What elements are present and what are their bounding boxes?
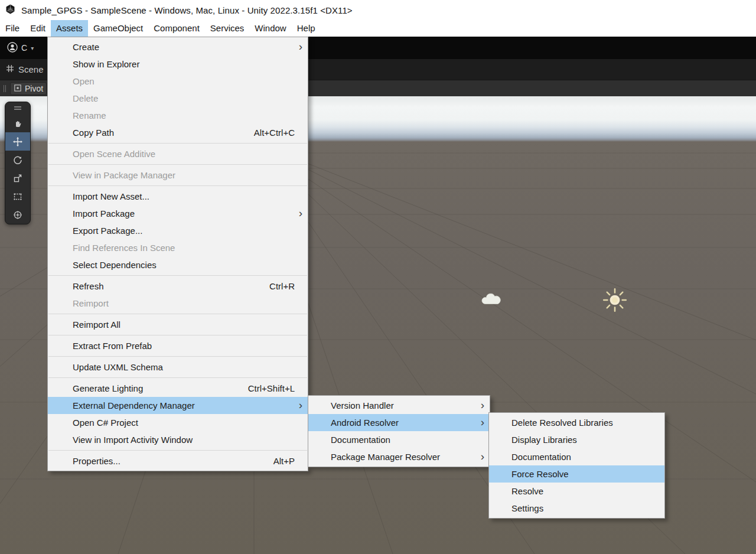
menu-item-open[interactable]: Open (48, 73, 308, 90)
menu-item-label: Import Package (73, 208, 135, 219)
rotate-tool-button[interactable] (5, 151, 30, 169)
menu-item-settings[interactable]: Settings (489, 500, 664, 517)
drag-handle-icon[interactable] (4, 85, 6, 92)
menu-item-properties[interactable]: Properties...Alt+P (48, 452, 308, 470)
menu-separator (48, 356, 307, 357)
menu-item-open-c-project[interactable]: Open C# Project (48, 414, 308, 431)
unity-editor-window: Sample_GPGS - SampleScene - Windows, Mac… (0, 0, 756, 554)
menu-item-find-references-in-scene[interactable]: Find References In Scene (48, 239, 308, 256)
grid-icon (6, 64, 14, 74)
menu-item-label: Export Package... (73, 226, 142, 236)
menu-item-export-package[interactable]: Export Package... (48, 222, 308, 239)
menu-item-external-dependency-manager[interactable]: External Dependency Manager› (48, 397, 308, 414)
menu-item-shortcut: Ctrl+R (269, 278, 295, 295)
menu-separator (48, 450, 307, 451)
menu-item-delete-resolved-libraries[interactable]: Delete Resolved Libraries (489, 414, 664, 431)
android-resolver-submenu: Delete Resolved LibrariesDisplay Librari… (488, 412, 665, 519)
menu-item-documentation[interactable]: Documentation (489, 448, 664, 465)
menu-separator (48, 185, 307, 186)
menu-item-label: External Dependency Manager (73, 400, 195, 410)
menu-item-resolve[interactable]: Resolve (489, 483, 664, 500)
tool-palette (5, 102, 31, 224)
chevron-down-icon: ▾ (31, 45, 34, 51)
account-icon (7, 42, 18, 54)
chevron-right-icon: › (299, 397, 302, 413)
menu-item-delete[interactable]: Delete (48, 90, 308, 107)
rect-tool-button[interactable] (5, 187, 30, 206)
menu-item-label: Version Handler (331, 400, 394, 410)
menu-item-label: Select Dependencies (73, 260, 157, 270)
titlebar: Sample_GPGS - SampleScene - Windows, Mac… (0, 0, 756, 20)
pivot-icon (14, 84, 22, 94)
menubar-item-edit[interactable]: Edit (25, 20, 51, 37)
menu-item-android-resolver[interactable]: Android Resolver› (308, 414, 490, 431)
menu-item-extract-from-prefab[interactable]: Extract From Prefab (48, 337, 308, 354)
menubar-item-assets[interactable]: Assets (51, 20, 88, 37)
move-tool-button[interactable] (5, 132, 30, 151)
menu-item-label: Show in Explorer (73, 59, 139, 69)
window-title: Sample_GPGS - SampleScene - Windows, Mac… (21, 5, 353, 15)
menubar-item-window[interactable]: Window (249, 20, 291, 37)
menu-item-select-dependencies[interactable]: Select Dependencies (48, 256, 308, 273)
menu-item-reimport-all[interactable]: Reimport All (48, 316, 308, 333)
menu-item-label: Resolve (511, 486, 543, 496)
menubar-item-help[interactable]: Help (292, 20, 321, 37)
menu-item-display-libraries[interactable]: Display Libraries (489, 431, 664, 448)
menu-item-label: Delete (73, 93, 98, 103)
menu-item-label: View in Import Activity Window (73, 435, 193, 445)
cloud-gizmo-icon[interactable] (480, 291, 503, 307)
menu-item-reimport[interactable]: Reimport (48, 295, 308, 312)
menu-separator (48, 164, 307, 165)
menu-item-open-scene-additive[interactable]: Open Scene Additive (48, 145, 308, 162)
menu-item-generate-lighting[interactable]: Generate LightingCtrl+Shift+L (48, 380, 308, 397)
menu-item-package-manager-resolver[interactable]: Package Manager Resolver› (308, 448, 490, 465)
scene-view-toolbar-left: Pivot (4, 80, 47, 97)
transform-tool-button[interactable] (5, 206, 30, 224)
menu-item-label: Open C# Project (73, 418, 138, 428)
menu-item-label: Copy Path (73, 128, 114, 138)
scale-tool-button[interactable] (5, 169, 30, 187)
menu-item-create[interactable]: Create› (48, 38, 308, 56)
menu-item-label: Rename (73, 110, 106, 120)
menu-item-label: Update UXML Schema (73, 362, 163, 372)
menu-item-shortcut: Alt+Ctrl+C (254, 124, 295, 141)
menu-item-import-new-asset[interactable]: Import New Asset... (48, 188, 308, 205)
menu-item-view-in-package-manager[interactable]: View in Package Manager (48, 167, 308, 184)
palette-grip-handle[interactable] (5, 102, 30, 114)
menubar-item-file[interactable]: File (0, 20, 25, 37)
assets-menu: Create›Show in ExplorerOpenDeleteRenameC… (47, 37, 308, 471)
menu-item-shortcut: Alt+P (273, 452, 295, 470)
menu-item-label: Properties... (73, 456, 120, 466)
unity-logo-icon (5, 4, 16, 17)
menu-item-copy-path[interactable]: Copy PathAlt+Ctrl+C (48, 124, 308, 141)
menu-item-update-uxml-schema[interactable]: Update UXML Schema (48, 359, 308, 376)
chevron-right-icon: › (481, 414, 484, 431)
account-dropdown[interactable]: C ▾ (7, 41, 34, 55)
menu-item-documentation[interactable]: Documentation (308, 431, 490, 448)
menu-item-label: Reimport All (73, 320, 120, 330)
menu-item-version-handler[interactable]: Version Handler› (308, 397, 490, 414)
menu-item-label: Delete Resolved Libraries (511, 418, 613, 428)
menu-item-label: View in Package Manager (73, 170, 175, 180)
directional-light-gizmo-icon[interactable] (601, 286, 628, 314)
menu-item-refresh[interactable]: RefreshCtrl+R (48, 278, 308, 295)
scene-tab-label: Scene (18, 64, 44, 74)
menubar-item-component[interactable]: Component (148, 20, 205, 37)
menu-item-label: Settings (511, 503, 543, 513)
menu-item-import-package[interactable]: Import Package› (48, 205, 308, 222)
pivot-toggle-button[interactable]: Pivot (10, 82, 47, 95)
menu-item-force-resolve[interactable]: Force Resolve (489, 465, 664, 483)
hand-tool-button[interactable] (5, 114, 30, 132)
menubar: FileEditAssetsGameObjectComponentService… (0, 20, 756, 37)
menu-item-rename[interactable]: Rename (48, 107, 308, 124)
menu-separator (48, 143, 307, 144)
menu-item-label: Open Scene Additive (73, 149, 155, 159)
menu-item-show-in-explorer[interactable]: Show in Explorer (48, 56, 308, 73)
menu-separator (48, 275, 307, 276)
menu-item-label: Find References In Scene (73, 243, 175, 253)
menubar-item-gameobject[interactable]: GameObject (88, 20, 148, 37)
chevron-right-icon: › (299, 38, 302, 55)
menu-item-view-in-import-activity-window[interactable]: View in Import Activity Window (48, 431, 308, 448)
menubar-item-services[interactable]: Services (205, 20, 250, 37)
tab-scene[interactable]: Scene (6, 59, 44, 80)
